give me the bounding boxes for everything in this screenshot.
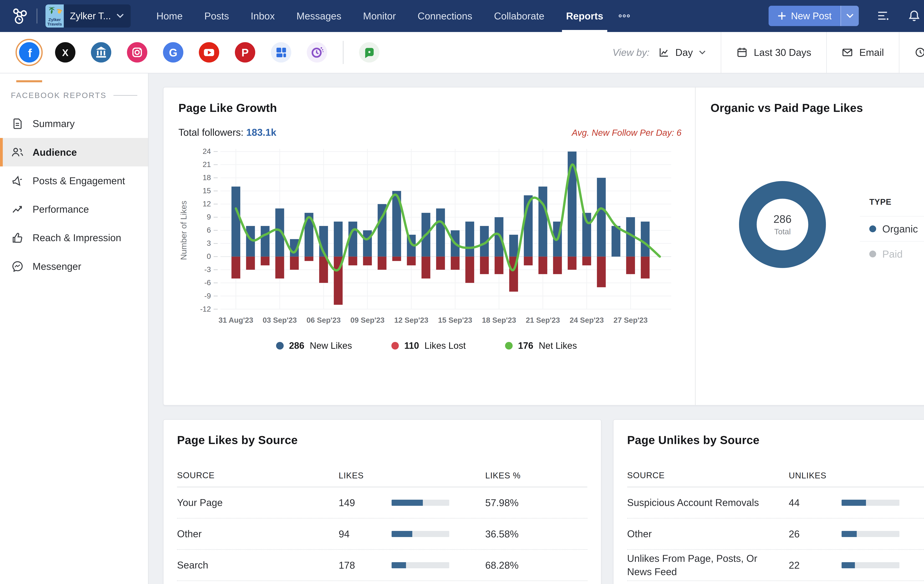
bar-likes-lost[interactable] xyxy=(246,256,255,270)
page-like-growth-chart[interactable]: -12-9-6-30369121518212431 Aug'2303 Sep'2… xyxy=(178,142,695,332)
source-value: 178 xyxy=(338,559,392,571)
type-label: Organic xyxy=(882,223,918,235)
bar-likes-lost[interactable] xyxy=(378,256,387,270)
bar-likes-lost[interactable] xyxy=(261,256,270,265)
bar-likes-lost[interactable] xyxy=(363,256,372,265)
zoho-social-logo-icon[interactable] xyxy=(10,6,30,26)
sidebar-item-label: Reach & Impression xyxy=(33,232,121,243)
source-value: 44 xyxy=(789,497,842,508)
bar-likes-lost[interactable] xyxy=(231,256,241,278)
more-menu-button[interactable] xyxy=(614,14,634,18)
sidebar-item-reach-impression[interactable]: Reach & Impression xyxy=(0,223,148,252)
channel-x-icon[interactable]: X xyxy=(55,42,75,63)
bar-new-likes[interactable] xyxy=(231,187,241,257)
bar-new-likes[interactable] xyxy=(465,222,474,256)
bar-likes-lost[interactable] xyxy=(553,256,562,274)
bar-likes-lost[interactable] xyxy=(451,256,460,270)
view-by-control[interactable]: View by: Day xyxy=(597,32,721,73)
sidebar-item-audience[interactable]: Audience xyxy=(0,138,148,166)
bar-likes-lost[interactable] xyxy=(582,256,591,265)
bar-new-likes[interactable] xyxy=(261,226,270,257)
bar-likes-lost[interactable] xyxy=(422,256,431,278)
bar-new-likes[interactable] xyxy=(334,222,343,256)
table-row-search[interactable]: Search17868.28% xyxy=(177,550,587,581)
bar-likes-lost[interactable] xyxy=(392,256,401,261)
page-unlikes-by-source-card: Page Unlikes by SourceSOURCEUNLIKESUNLIK… xyxy=(613,419,924,584)
table-row-other[interactable]: Other9436.58% xyxy=(177,519,587,550)
sidebar-item-messenger[interactable]: Messenger xyxy=(0,252,148,281)
bar-likes-lost[interactable] xyxy=(568,256,577,270)
legend-label: Net Likes xyxy=(539,340,577,351)
brand-selector[interactable]: Zylker Travels Zylker T... xyxy=(45,5,130,28)
bar-new-likes[interactable] xyxy=(495,217,503,256)
bar-new-likes[interactable] xyxy=(538,187,547,257)
app: Zylker Travels Zylker T... HomePostsInbo… xyxy=(0,0,924,584)
table-row-suspicious-account-removals[interactable]: Suspicious Account Removals4444.9% xyxy=(627,487,924,519)
sidebar-item-performance[interactable]: Performance xyxy=(0,195,148,223)
channel-google-icon[interactable]: G xyxy=(163,42,183,63)
bar-likes-lost[interactable] xyxy=(348,256,357,265)
channel-youtube-icon[interactable] xyxy=(199,42,219,63)
svg-text:24 Sep'23: 24 Sep'23 xyxy=(570,316,604,324)
nav-item-monitor[interactable]: Monitor xyxy=(352,0,407,32)
source-pct: 44.9% xyxy=(923,497,924,508)
channel-facebook-icon[interactable]: f xyxy=(19,42,40,63)
bar-likes-lost[interactable] xyxy=(524,256,533,265)
channel-instagram-icon[interactable] xyxy=(127,42,147,63)
bar-likes-lost[interactable] xyxy=(480,256,489,274)
nav-item-messages[interactable]: Messages xyxy=(286,0,352,32)
nav-item-posts[interactable]: Posts xyxy=(193,0,240,32)
channel-app-grid-icon[interactable] xyxy=(271,42,291,63)
bar-likes-lost[interactable] xyxy=(465,256,474,283)
channel-pinterest-icon[interactable]: P xyxy=(235,42,255,63)
new-post-button[interactable]: New Post xyxy=(769,6,840,26)
organic-vs-paid-panel: Organic vs Paid Page Likes 286 Total TYP… xyxy=(695,88,924,405)
email-button[interactable]: Email xyxy=(826,32,899,73)
channel-building-icon[interactable] xyxy=(91,42,111,63)
date-range-control[interactable]: Last 30 Days xyxy=(721,32,826,73)
bar-likes-lost[interactable] xyxy=(641,256,650,278)
bar-likes-lost[interactable] xyxy=(276,256,284,278)
svg-text:3: 3 xyxy=(207,239,211,247)
page-unlikes-by-source-header-row: SOURCEUNLIKESUNLIKES % xyxy=(627,464,924,487)
nav-item-inbox[interactable]: Inbox xyxy=(240,0,286,32)
schedule-button[interactable]: Schedule xyxy=(899,32,924,73)
bar-new-likes[interactable] xyxy=(641,222,650,256)
bar-new-likes[interactable] xyxy=(363,230,372,256)
bar-likes-lost[interactable] xyxy=(495,256,503,274)
nav-item-home[interactable]: Home xyxy=(146,0,194,32)
organic-paid-donut-chart[interactable]: 286 Total xyxy=(735,177,830,272)
page-likes-by-source-header-row: SOURCELIKESLIKES % xyxy=(177,464,587,487)
activity-feed-icon[interactable] xyxy=(876,9,890,23)
nav-item-connections[interactable]: Connections xyxy=(407,0,483,32)
table-row-unlikes-from-page-posts-or-news-feed[interactable]: Unlikes From Page, Posts, Or News Feed22… xyxy=(627,550,924,581)
nav-item-collaborate[interactable]: Collaborate xyxy=(483,0,555,32)
bar-new-likes[interactable] xyxy=(436,208,445,256)
bar-new-likes[interactable] xyxy=(509,235,518,256)
new-post-dropdown-button[interactable] xyxy=(840,6,859,26)
legend-item-net-likes: 176Net Likes xyxy=(505,340,577,351)
bar-likes-lost[interactable] xyxy=(538,256,547,274)
bar-likes-lost[interactable] xyxy=(597,256,606,287)
bar-likes-lost[interactable] xyxy=(290,256,299,270)
bar-likes-lost[interactable] xyxy=(436,256,445,270)
nav-item-reports[interactable]: Reports xyxy=(555,0,614,32)
bar-new-likes[interactable] xyxy=(612,226,620,257)
svg-text:-9: -9 xyxy=(205,291,211,300)
bar-likes-lost[interactable] xyxy=(305,256,314,261)
table-row-your-page[interactable]: Your Page14957.98% xyxy=(177,487,587,519)
table-row-other[interactable]: Other2626.53% xyxy=(627,519,924,550)
notifications-bell-icon[interactable] xyxy=(907,9,921,23)
channel-green-chat-icon[interactable] xyxy=(359,42,380,63)
bar-likes-lost[interactable] xyxy=(407,256,416,265)
email-label: Email xyxy=(859,47,884,58)
svg-text:27 Sep'23: 27 Sep'23 xyxy=(614,316,648,324)
sidebar-item-summary[interactable]: Summary xyxy=(0,109,148,138)
sidebar-section-title: FACEBOOK REPORTS xyxy=(11,91,107,100)
sidebar-item-posts-engagement[interactable]: Posts & Engagement xyxy=(0,166,148,195)
bar-likes-lost[interactable] xyxy=(626,256,635,274)
channel-time-clock-icon[interactable] xyxy=(307,42,327,63)
svg-text:18: 18 xyxy=(203,173,211,182)
clock-icon xyxy=(914,46,924,58)
bar-new-likes[interactable] xyxy=(597,178,606,256)
